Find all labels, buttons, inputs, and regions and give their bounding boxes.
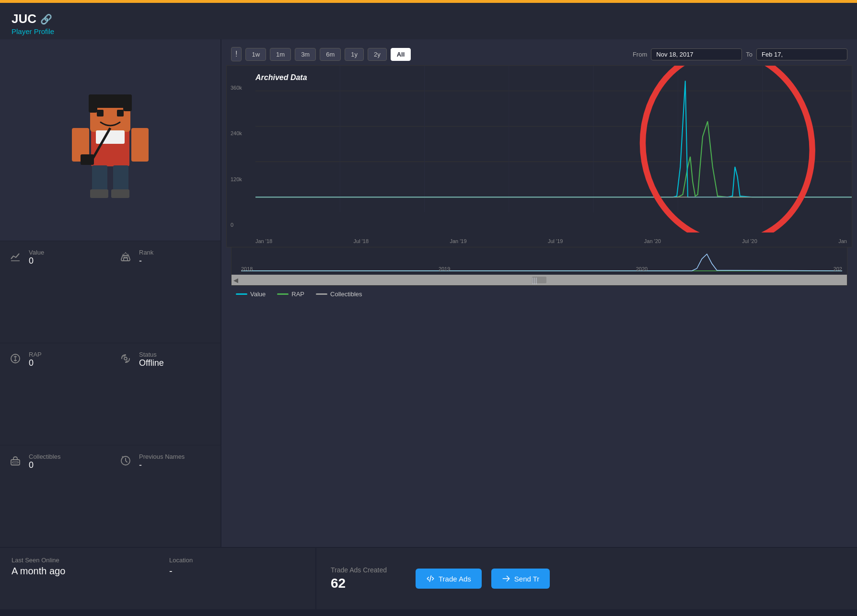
send-trade-btn-label: Send Tr — [514, 575, 540, 583]
bottom-bar: Last Seen Online A month ago Location - … — [0, 547, 857, 609]
minimap-handle[interactable]: ||| — [532, 277, 546, 283]
value-label: Value — [29, 249, 44, 256]
svg-rect-17 — [124, 258, 127, 261]
alert-button[interactable]: ! — [231, 47, 242, 61]
svg-rect-12 — [117, 110, 124, 116]
svg-rect-5 — [90, 189, 108, 198]
rap-legend-label: RAP — [291, 291, 304, 298]
stat-rap-cell: RAP 0 — [0, 343, 110, 445]
link-icon[interactable]: 🔗 — [40, 13, 52, 25]
prevnames-icon — [120, 455, 133, 469]
chart-yaxis: 360k 240k 120k 0 — [231, 66, 242, 232]
status-label: Status — [139, 351, 164, 358]
trade-ads-btn-icon — [426, 574, 435, 583]
date-range: From To — [633, 48, 847, 60]
chart-xaxis: Jan '18 Jul '18 Jan '19 Jul '19 Jan '20 … — [255, 238, 847, 244]
chart-controls: ! 1w 1m 3m 6m 1y 2y All From To — [221, 47, 857, 61]
x-label-jan20: Jan '20 — [644, 238, 661, 244]
y-label-120k: 120k — [231, 176, 242, 182]
x-label-jul19: Jul '19 — [548, 238, 563, 244]
status-value: Offline — [139, 358, 164, 368]
from-date-input[interactable] — [651, 48, 742, 60]
rap-legend-line — [277, 293, 289, 295]
time-btn-1w[interactable]: 1w — [245, 48, 266, 61]
last-seen-label: Last Seen Online — [12, 557, 146, 564]
collectibles-legend-line — [316, 293, 327, 295]
scroll-left-icon[interactable]: ◀ — [233, 277, 238, 284]
rap-icon — [10, 353, 23, 367]
collectibles-legend-label: Collectibles — [330, 291, 362, 298]
x-label-jul20: Jul '20 — [742, 238, 757, 244]
time-btn-1m[interactable]: 1m — [270, 48, 291, 61]
to-label: To — [746, 51, 753, 58]
avatar — [58, 73, 163, 207]
last-seen-value: A month ago — [12, 566, 146, 577]
avatar-section — [0, 39, 220, 241]
last-seen-stat: Last Seen Online A month ago — [0, 548, 158, 609]
minimap-container: 2018 2019 2020 202 ◀ ||| — [231, 247, 847, 286]
collectibles-icon — [10, 455, 23, 469]
minimap-year-2019: 2019 — [439, 266, 450, 272]
send-trade-btn-icon — [502, 574, 510, 583]
y-label-240k: 240k — [231, 130, 242, 136]
stats-grid: Value 0 Rank - — [0, 241, 220, 547]
rap-number: 0 — [29, 358, 42, 368]
prevnames-value: - — [139, 460, 185, 470]
minimap-years: 2018 2019 2020 202 — [241, 266, 842, 272]
x-label-jan21: Jan — [838, 238, 847, 244]
chart-legend: Value RAP Collectibles — [226, 286, 852, 302]
minimap-scrollbar[interactable]: ◀ ||| — [232, 275, 847, 285]
page-subtitle: Player Profile — [12, 27, 845, 35]
bottom-right: Trade Ads Created 62 Trade Ads Send Tr — [316, 548, 857, 609]
stat-value-cell: Value 0 — [0, 241, 110, 343]
rank-label: Rank — [139, 249, 153, 256]
send-trade-button[interactable]: Send Tr — [491, 569, 550, 589]
time-btn-2y[interactable]: 2y — [368, 48, 387, 61]
svg-rect-9 — [89, 94, 97, 113]
collectibles-number: 0 — [29, 460, 60, 470]
status-icon — [120, 353, 133, 367]
collectibles-label: Collectibles — [29, 453, 60, 460]
left-panel: Value 0 Rank - — [0, 39, 220, 547]
trade-ads-value: 62 — [331, 576, 387, 591]
value-legend-line — [236, 293, 247, 295]
trade-ads-btn-label: Trade Ads — [439, 575, 471, 583]
chart-area: Archived Data 360k 240k 120k 0 — [221, 65, 857, 547]
chart-container: Archived Data 360k 240k 120k 0 — [226, 65, 852, 247]
username: JUC — [12, 12, 36, 26]
to-date-input[interactable] — [756, 48, 847, 60]
page-title-row: JUC 🔗 — [12, 12, 845, 26]
svg-rect-2 — [131, 128, 149, 162]
svg-rect-10 — [123, 94, 132, 111]
trade-ads-button[interactable]: Trade Ads — [416, 569, 482, 589]
time-btn-3m[interactable]: 3m — [295, 48, 316, 61]
minimap-year-2021: 202 — [834, 266, 842, 272]
right-panel: ! 1w 1m 3m 6m 1y 2y All From To Archived… — [220, 39, 857, 547]
svg-rect-21 — [12, 462, 18, 463]
location-label: Location — [169, 557, 304, 564]
value-icon — [10, 251, 23, 265]
location-stat: Location - — [158, 548, 315, 609]
time-btn-6m[interactable]: 6m — [320, 48, 341, 61]
svg-rect-4 — [113, 165, 128, 192]
trade-ads-label: Trade Ads Created — [331, 566, 387, 574]
rank-number: - — [139, 256, 153, 266]
y-label-360k: 360k — [231, 85, 242, 91]
svg-point-19 — [124, 357, 127, 360]
time-btn-all[interactable]: All — [391, 48, 411, 61]
value-number: 0 — [29, 256, 44, 266]
time-btn-1y[interactable]: 1y — [345, 48, 364, 61]
x-label-jan19: Jan '19 — [450, 238, 466, 244]
svg-rect-15 — [81, 154, 94, 165]
stat-prevnames-cell: Previous Names - — [110, 445, 220, 547]
minimap-year-2018: 2018 — [241, 266, 253, 272]
trade-ads-section: Trade Ads Created 62 — [331, 566, 387, 591]
y-label-0: 0 — [231, 222, 242, 228]
stat-collectibles-cell: Collectibles 0 — [0, 445, 110, 547]
legend-value: Value — [236, 291, 266, 298]
prevnames-label: Previous Names — [139, 453, 185, 460]
legend-collectibles: Collectibles — [316, 291, 362, 298]
svg-rect-3 — [92, 165, 107, 192]
chart-svg — [255, 66, 852, 232]
svg-rect-13 — [96, 130, 125, 144]
